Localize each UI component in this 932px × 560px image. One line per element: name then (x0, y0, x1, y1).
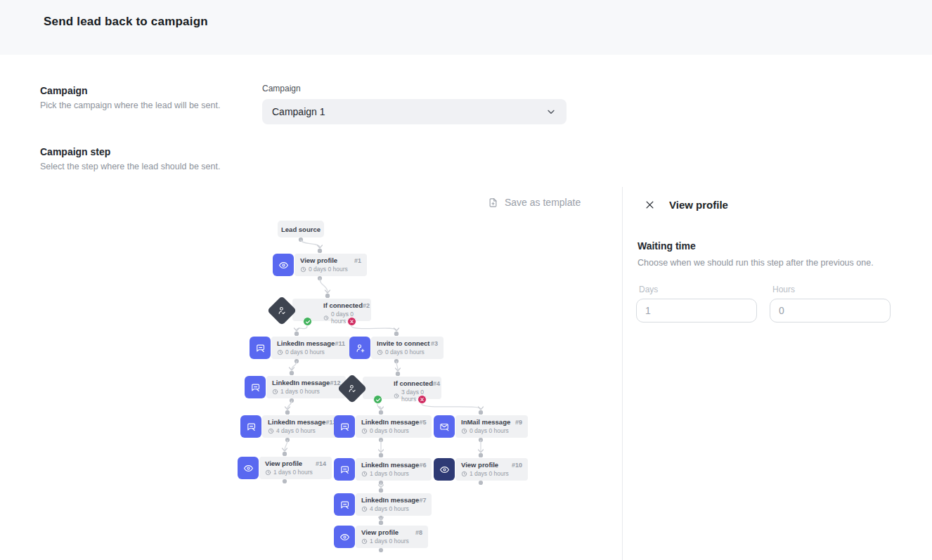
chat-message-icon (334, 493, 355, 516)
node-number: #11 (335, 340, 345, 347)
node-number: #8 (415, 529, 422, 536)
node-wait-time: 0 days 0 hours (377, 349, 438, 356)
chat-message-icon (240, 415, 261, 438)
node-card: LinkedIn message #11 0 days 0 hours (271, 337, 351, 359)
send-lead-back-modal: Send lead back to campaign Campaign Pick… (0, 0, 932, 560)
flow-node-linkedin-message[interactable]: LinkedIn message #12 1 days 0 hours (245, 376, 339, 398)
eye-icon (434, 458, 455, 481)
node-wait-time: 1 days 0 hours (265, 469, 326, 476)
node-title: View profile (361, 528, 399, 536)
hours-label: Hours (772, 285, 891, 294)
node-card: View profile #14 1 days 0 hours (259, 457, 332, 479)
node-number: #12 (330, 379, 340, 386)
node-wait-time: 4 days 0 hours (361, 505, 426, 512)
node-title: View profile (265, 460, 302, 467)
flow-node-linkedin-message[interactable]: LinkedIn message #6 1 days 0 hours (334, 458, 428, 481)
node-number: #4 (433, 380, 440, 387)
flow-node-view-profile[interactable]: View profile #10 1 days 0 hours (434, 458, 528, 481)
node-number: #14 (316, 460, 326, 467)
eye-icon (334, 526, 355, 548)
flow-node-linkedin-message[interactable]: LinkedIn message #7 4 days 0 hours (334, 493, 428, 516)
no-port-icon[interactable] (418, 395, 427, 404)
panel-header: View profile (623, 187, 932, 211)
hours-input[interactable] (770, 299, 891, 323)
flow-node-if-connected[interactable]: If connected #2 0 days 0 hours (271, 299, 371, 321)
node-title: View profile (461, 461, 498, 469)
node-title: LinkedIn message (361, 461, 419, 469)
flow-node-lead-source[interactable]: Lead source (278, 221, 324, 237)
flow-node-view-profile[interactable]: View profile #1 0 days 0 hours (273, 254, 367, 276)
node-number: #1 (354, 257, 361, 264)
node-wait-time: 0 days 0 hours (300, 266, 361, 273)
node-card: LinkedIn message #13 4 days 0 hours (262, 415, 342, 438)
step-settings-panel: View profile Waiting time Choose when we… (623, 187, 932, 560)
eye-icon (238, 457, 259, 479)
node-number: #2 (363, 302, 370, 309)
close-icon (645, 200, 655, 210)
days-label: Days (639, 285, 757, 294)
node-title: If connected (394, 379, 433, 387)
flow-node-view-profile[interactable]: View profile #14 1 days 0 hours (238, 457, 332, 479)
node-wait-time: 0 days 0 hours (361, 427, 426, 434)
node-title: LinkedIn message (277, 339, 335, 347)
chat-message-icon (250, 337, 271, 359)
node-title: LinkedIn message (361, 496, 419, 504)
node-wait-time: 1 days 0 hours (272, 388, 340, 395)
node-title: InMail message (461, 418, 510, 426)
eye-icon (273, 254, 294, 276)
node-card: LinkedIn message #12 1 days 0 hours (266, 376, 346, 398)
node-title: LinkedIn message (272, 379, 330, 386)
node-title: LinkedIn message (268, 418, 325, 426)
chat-message-icon (334, 458, 355, 481)
node-wait-time: 3 days 0 hours (394, 389, 436, 403)
node-number: #6 (419, 462, 426, 469)
node-wait-time: 0 days 0 hours (461, 427, 522, 434)
chat-message-icon (334, 415, 355, 438)
panel-title: View profile (669, 199, 728, 211)
node-wait-time: 4 days 0 hours (268, 427, 336, 434)
yes-port-icon[interactable] (303, 317, 312, 326)
chat-message-icon (245, 376, 266, 398)
node-card: View profile #10 1 days 0 hours (455, 458, 528, 481)
node-number: #5 (419, 419, 426, 426)
node-wait-time: 0 days 0 hours (323, 311, 365, 325)
node-card: Invite to connect #3 0 days 0 hours (371, 337, 444, 359)
node-wait-time: 1 days 0 hours (361, 470, 426, 477)
flow-node-if-connected[interactable]: If connected #4 3 days 0 hours (342, 377, 441, 399)
waiting-time-inputs: Days Hours (636, 285, 932, 323)
node-title: Invite to connect (377, 339, 429, 347)
node-wait-time: 0 days 0 hours (277, 349, 345, 356)
flow-node-view-profile[interactable]: View profile #8 1 days 0 hours (334, 526, 428, 548)
node-title: LinkedIn message (361, 418, 419, 426)
envelope-icon (434, 415, 455, 438)
node-card: View profile #1 0 days 0 hours (295, 254, 367, 276)
node-card: InMail message #9 0 days 0 hours (455, 415, 528, 438)
no-port-icon[interactable] (347, 317, 356, 326)
flow-node-linkedin-message[interactable]: LinkedIn message #13 4 days 0 hours (240, 415, 335, 438)
node-number: #10 (512, 462, 522, 469)
node-title: View profile (300, 256, 337, 264)
node-card: LinkedIn message #5 0 days 0 hours (356, 415, 432, 438)
person-plus-icon (349, 337, 370, 359)
node-wait-time: 1 days 0 hours (461, 470, 522, 477)
node-number: #7 (419, 497, 426, 504)
days-input[interactable] (636, 299, 757, 323)
node-title: Lead source (281, 226, 321, 233)
waiting-time-title: Waiting time (637, 240, 932, 252)
flow-node-linkedin-message[interactable]: LinkedIn message #5 0 days 0 hours (334, 415, 428, 438)
node-card: LinkedIn message #6 1 days 0 hours (356, 458, 432, 481)
node-number: #3 (431, 340, 438, 347)
node-wait-time: 1 days 0 hours (361, 538, 422, 545)
node-number: #9 (515, 419, 522, 426)
close-panel-button[interactable] (645, 200, 655, 210)
node-card: LinkedIn message #7 4 days 0 hours (356, 493, 432, 516)
flow-canvas: Lead source View profile #1 0 days 0 hou… (0, 0, 623, 560)
node-card: View profile #8 1 days 0 hours (356, 526, 428, 548)
flow-node-invite-to-connect[interactable]: Invite to connect #3 0 days 0 hours (349, 337, 444, 359)
waiting-time-description: Choose when we should run this step afte… (637, 258, 932, 268)
flow-node-linkedin-message[interactable]: LinkedIn message #11 0 days 0 hours (250, 337, 344, 359)
yes-port-icon[interactable] (373, 395, 382, 404)
node-title: If connected (323, 301, 363, 309)
flow-node-inmail-message[interactable]: InMail message #9 0 days 0 hours (434, 415, 528, 438)
